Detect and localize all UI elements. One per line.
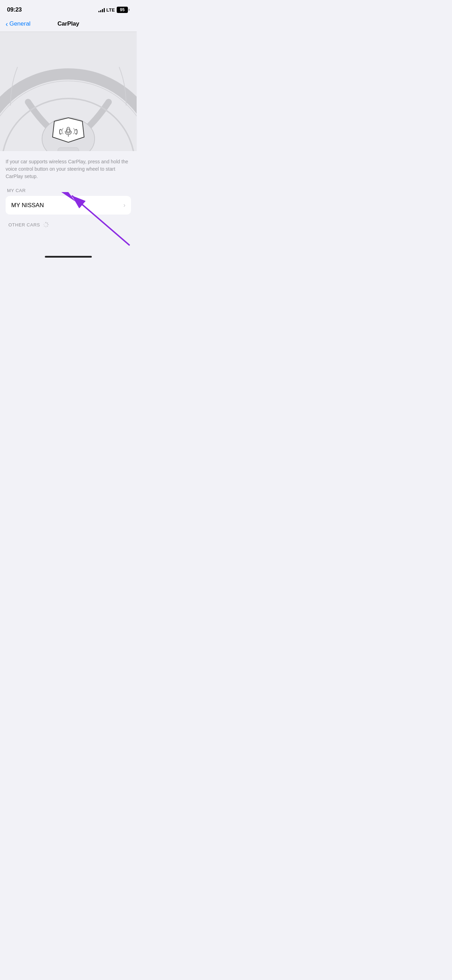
svg-rect-4 — [58, 148, 79, 151]
my-car-section: MY CAR MY NISSAN › — [6, 188, 131, 215]
content-area: If your car supports wireless CarPlay, p… — [0, 151, 137, 239]
other-cars-section: OTHER CARS — [6, 221, 131, 228]
page-title: CarPlay — [57, 20, 79, 27]
battery-icon: 95 — [117, 7, 130, 13]
svg-rect-14 — [46, 226, 46, 228]
back-button[interactable]: ‹ General — [6, 20, 30, 27]
description-text: If your car supports wireless CarPlay, p… — [6, 158, 131, 180]
loading-spinner-icon — [43, 221, 49, 228]
svg-rect-17 — [44, 223, 45, 224]
back-chevron-icon: ‹ — [6, 20, 8, 27]
svg-rect-13 — [46, 225, 48, 227]
svg-rect-15 — [44, 225, 45, 227]
list-chevron-icon: › — [123, 202, 126, 209]
status-time: 09:23 — [7, 6, 22, 13]
home-bar — [45, 256, 92, 258]
svg-rect-16 — [43, 224, 45, 225]
steering-wheel-svg: ️ — [0, 32, 137, 151]
other-cars-header: OTHER CARS — [6, 221, 131, 228]
nav-bar: ‹ General CarPlay — [0, 18, 137, 32]
battery-level: 95 — [117, 7, 128, 13]
battery-tip — [129, 9, 130, 11]
status-icons: LTE 95 — [99, 7, 130, 13]
signal-icon — [99, 7, 105, 12]
lte-label: LTE — [107, 7, 115, 13]
svg-rect-11 — [46, 223, 48, 224]
status-bar: 09:23 LTE 95 — [0, 0, 137, 18]
my-nissan-label: MY NISSAN — [11, 202, 44, 209]
other-cars-label: OTHER CARS — [7, 222, 40, 228]
my-nissan-item[interactable]: MY NISSAN › — [6, 196, 131, 215]
my-car-section-label: MY CAR — [6, 188, 131, 193]
home-indicator — [0, 253, 137, 260]
svg-rect-10 — [46, 222, 46, 223]
back-label: General — [10, 20, 30, 27]
steering-wheel-hero: ️ — [0, 32, 137, 151]
svg-rect-12 — [47, 224, 49, 225]
